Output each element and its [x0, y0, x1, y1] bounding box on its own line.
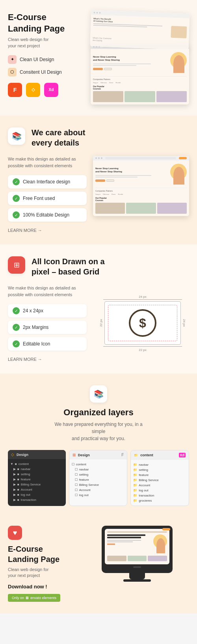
- screenshot-back: What's The BenefitOf Joining Our Class W…: [90, 10, 190, 50]
- learn-more-link[interactable]: LEARN MORE →: [8, 228, 87, 233]
- icon-grid-learn-more[interactable]: LEARN MORE →: [8, 357, 87, 362]
- xd-icon-5: 📁: [133, 483, 137, 487]
- figma-layer-5: Billing Service: [79, 483, 99, 487]
- figma-layer-6: Account: [79, 488, 91, 492]
- indent-icon-4: ▶: [13, 488, 16, 491]
- check-icon-1: ✓: [13, 178, 20, 185]
- monitor-screen: [105, 529, 169, 564]
- hero-screenshots: What's The BenefitOf Joining Our Class W…: [91, 12, 189, 108]
- heart-icon: ♥: [13, 529, 17, 537]
- figma-layer-1: content: [76, 463, 86, 466]
- heart-icon-box: ♥: [8, 526, 22, 540]
- layer-panel-figma: ⊞ Design F ☐ content ☐ navbar ☐ setting: [69, 450, 128, 506]
- grid-check-icon-1: ✓: [13, 307, 20, 314]
- dim-right-label: 24 px: [182, 319, 186, 327]
- layers-section: 📚 Organized layers We have prepared ever…: [0, 373, 197, 514]
- layer-label-2: ■: [17, 467, 19, 471]
- icon-grid-section: ⊞ All Icon Drawn on a pixel – based Grid…: [0, 245, 197, 373]
- screenshot-front: Never Stop Learningand Never Stop Sharin…: [91, 44, 189, 105]
- folder-icon-3: ■: [17, 472, 19, 476]
- xd-icon-3: 📁: [133, 473, 137, 477]
- learn-more-text: LEARN MORE →: [8, 228, 42, 233]
- hero-subtitle: Clean web design for your next project: [8, 37, 87, 49]
- xd-tool-icon-badge: Xd: [179, 453, 186, 457]
- check-label-2: Free Font used: [23, 196, 55, 201]
- details-section: 📚 We care about every details We make th…: [0, 116, 197, 245]
- hero-title: E-Course Landing Page: [8, 12, 87, 34]
- layer-text-6: Account: [21, 488, 32, 491]
- xd-icon-1: 📁: [133, 463, 137, 467]
- xd-icon-2: 📁: [133, 468, 137, 472]
- dim-left-label: 22 px: [99, 319, 103, 327]
- check-item-1: ✓ Clean Interface design: [8, 175, 87, 189]
- feature-label-2: Consitent UI Design: [20, 69, 62, 75]
- details-screenshot: Never Stop Learningand Never Stop Sharin…: [93, 156, 189, 216]
- cta-section: ♥ E-Course Landing Page Clean web design…: [0, 514, 197, 614]
- figma-check-4: ☐: [75, 478, 78, 482]
- folder-icon-5: ■: [17, 483, 19, 486]
- sketch-icon: ◇: [26, 83, 40, 97]
- xd-icon-6: 📁: [133, 489, 137, 492]
- indent-icon-1: ▶: [13, 472, 16, 476]
- panel-figma-title: Design: [78, 453, 90, 457]
- envato-elements-text: ⊞: [26, 596, 29, 600]
- xd-layer-8: grocieres: [139, 499, 152, 502]
- check-item-3: ✓ 100% Editable Design: [8, 208, 87, 222]
- folder-icon: ▼: [10, 462, 13, 466]
- details-title: We care about every details: [32, 127, 85, 148]
- feature-label-1: Clean UI Design: [20, 57, 54, 62]
- layers-title: Organized layers: [8, 407, 189, 418]
- cta-right: [85, 526, 189, 582]
- xd-layer-2: setting: [139, 468, 148, 472]
- layer-text-7: log out: [21, 493, 30, 497]
- xd-layer-1: navbar: [139, 463, 148, 467]
- layers-icon-box: 📚: [90, 385, 107, 403]
- layers-icon: 📚: [94, 389, 104, 399]
- layer-label: ■: [15, 462, 17, 466]
- grid-check-item-2: ✓ 2px Margins: [8, 321, 87, 334]
- hero-section: E-Course Landing Page Clean web design f…: [0, 0, 197, 116]
- feature-icon-2: ⬡: [8, 68, 17, 77]
- panel-sketch-title: Design: [17, 453, 28, 457]
- details-icon-box: 📚: [8, 127, 25, 145]
- check-item-2: ✓ Free Font used: [8, 192, 87, 205]
- grid-icon: ⊞: [14, 261, 20, 269]
- layers-panels: ◇ Design ▼ ■ content ▶ ■ navbar ▶ ■ sett…: [8, 450, 189, 506]
- icon-grid-learn-more-text: LEARN MORE →: [8, 357, 42, 362]
- indent-icon-5: ▶: [13, 493, 16, 497]
- sketch-tool-icon: ◇: [11, 452, 14, 457]
- feature-item-2: ⬡ Consitent UI Design: [8, 68, 87, 77]
- folder-icon-8: ■: [17, 498, 19, 502]
- details-description: We make this design as detailed as possi…: [8, 156, 87, 169]
- grid-check-label-2: 2px Margins: [23, 325, 48, 330]
- dollar-icon: $: [129, 309, 156, 337]
- indent-icon-2: ▶: [13, 478, 16, 481]
- figma-tool-icon-3: F: [121, 453, 124, 457]
- panel-xd-title: content: [140, 453, 153, 457]
- check-label-1: Clean Interface design: [23, 179, 70, 185]
- dim-bottom-label: 22 px: [139, 348, 147, 352]
- grid-check-icon-2: ✓: [13, 324, 20, 331]
- layer-panel-xd: 📁 content Xd 📁 navbar 📁 setting 📁 featur…: [130, 450, 189, 506]
- figma-check-5: ☐: [75, 483, 78, 487]
- figma-layer-3: setting: [79, 473, 89, 476]
- xd-layer-7: transaction: [139, 494, 154, 497]
- badge-only-on: Only on: [12, 596, 24, 600]
- envato-badge[interactable]: Only on ⊞ envato elements: [8, 594, 60, 602]
- xd-tool-icon-2: 📁: [134, 454, 138, 457]
- tool-icons: F ◇ Xd: [8, 83, 87, 97]
- figma-check-6: ☐: [75, 488, 78, 492]
- figma-layer-2: navbar: [79, 468, 89, 471]
- check-icon-2: ✓: [13, 195, 20, 202]
- icon-grid-title: All Icon Drawn on a pixel – based Grid: [32, 256, 105, 277]
- pixel-grid-demo: 24 px 22 px $ 24: [93, 285, 189, 362]
- layer-text-2: navbar: [21, 467, 30, 471]
- cta-title: E-Course Landing Page: [8, 544, 79, 564]
- dim-top-label: 24 px: [139, 295, 147, 299]
- indent-icon-6: ▶: [13, 498, 16, 502]
- xd-icon: Xd: [44, 83, 58, 97]
- figma-layer-7: log out: [79, 493, 89, 497]
- icon-grid-icon-box: ⊞: [8, 256, 25, 274]
- layer-text-3: setting: [21, 472, 30, 476]
- figma-check-2: ☐: [75, 468, 78, 471]
